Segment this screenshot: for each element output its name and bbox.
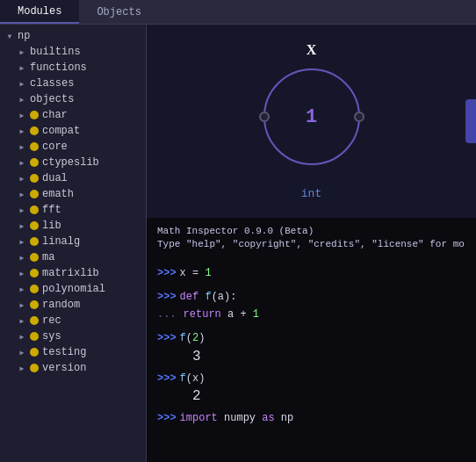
dot-ma <box>30 253 39 262</box>
arrow-emath <box>16 188 28 200</box>
terminal-line-4: >>> f(x) <box>157 371 465 387</box>
arrow-ma <box>16 251 28 263</box>
arrow-compat <box>16 125 28 137</box>
code-2: def f(a): <box>180 289 237 306</box>
conn-dot-left[interactable] <box>259 112 270 122</box>
dot-rec <box>30 316 39 325</box>
terminal-line-3: >>> f(2) <box>157 330 465 347</box>
circle-value: 1 <box>306 106 317 128</box>
arrow-classes <box>16 77 28 90</box>
arrow-core <box>16 141 28 153</box>
node-label-x: X <box>307 42 317 58</box>
terminal-line-2c: ... return a + 1 <box>157 307 465 323</box>
arrow-char <box>16 109 28 121</box>
sidebar-item-compat[interactable]: compat <box>12 123 146 139</box>
arrow-dual <box>16 172 28 184</box>
sidebar-item-dual[interactable]: dual <box>12 170 146 186</box>
prompt-3: >>> <box>157 330 177 347</box>
sidebar-item-np[interactable]: np <box>0 28 146 44</box>
dot-testing <box>30 348 39 357</box>
prompt-2: >>> <box>157 289 177 306</box>
canvas-area[interactable]: X 1 int <box>147 25 476 218</box>
code-2c: return a + 1 <box>180 307 259 323</box>
output-4: 2 <box>157 388 465 404</box>
sidebar-item-ma[interactable]: ma <box>12 249 146 265</box>
dot-sys <box>30 332 39 341</box>
dot-polynomial <box>30 285 39 293</box>
right-edge-handle[interactable] <box>465 99 476 143</box>
right-panel: X 1 int Math Inspector 0.9.0 (Beta) Type… <box>147 25 476 462</box>
arrow-objects <box>16 93 28 105</box>
dot-dual <box>30 174 39 183</box>
arrow-linalg <box>16 235 28 248</box>
prompt-1: >>> <box>157 265 177 282</box>
sidebar-item-rec[interactable]: rec <box>12 313 146 328</box>
arrow-random <box>16 299 28 311</box>
code-4: f(x) <box>180 371 206 387</box>
dot-linalg <box>30 237 39 246</box>
dot-matrixlib <box>30 269 39 278</box>
tab-bar: Modules Objects <box>0 0 476 25</box>
node-container: X 1 int <box>189 33 435 209</box>
code-1: x = 1 <box>180 265 212 282</box>
sidebar-item-version[interactable]: version <box>12 360 146 376</box>
prompt-5: >>> <box>157 410 177 427</box>
sidebar-item-ctypeslib[interactable]: ctypeslib <box>12 155 146 170</box>
sidebar-item-emath[interactable]: emath <box>12 186 146 202</box>
terminal-line-2: >>> def f(a): <box>157 289 465 306</box>
terminal-line-5: >>> import numpy as np <box>157 410 465 427</box>
sidebar-item-polynomial[interactable]: polynomial <box>12 281 146 297</box>
dot-char <box>30 111 39 119</box>
arrow-ctypeslib <box>16 156 28 169</box>
dot-fft <box>30 206 39 214</box>
dot-random <box>30 300 39 309</box>
sidebar-item-char[interactable]: char <box>12 107 146 123</box>
code-5: import numpy as np <box>180 410 294 427</box>
arrow-matrixlib <box>16 267 28 279</box>
sidebar-item-linalg[interactable]: linalg <box>12 234 146 249</box>
arrow-np <box>4 30 16 42</box>
arrow-rec <box>16 314 28 327</box>
type-label: int <box>301 187 321 200</box>
sidebar-item-classes[interactable]: classes <box>12 76 146 91</box>
prompt-2c: ... <box>157 307 177 323</box>
arrow-lib <box>16 220 28 232</box>
dot-ctypeslib <box>30 158 39 167</box>
tab-objects[interactable]: Objects <box>79 0 158 24</box>
sidebar-item-fft[interactable]: fft <box>12 202 146 218</box>
sidebar-item-objects[interactable]: objects <box>12 91 146 107</box>
arrow-sys <box>16 330 28 343</box>
dot-version <box>30 364 39 372</box>
tab-modules[interactable]: Modules <box>0 0 79 24</box>
conn-dot-right[interactable] <box>354 112 364 122</box>
sidebar-item-core[interactable]: core <box>12 139 146 155</box>
arrow-functions <box>16 61 28 74</box>
sidebar-item-lib[interactable]: lib <box>12 218 146 234</box>
arrow-builtins <box>16 46 28 58</box>
arrow-fft <box>16 204 28 216</box>
sidebar-item-sys[interactable]: sys <box>12 328 146 344</box>
sidebar-item-matrixlib[interactable]: matrixlib <box>12 265 146 281</box>
code-3: f(2) <box>180 330 206 347</box>
dot-compat <box>30 126 39 135</box>
circle-node[interactable]: 1 <box>263 69 360 165</box>
sidebar: np builtins functions classes objects ch… <box>0 25 147 462</box>
terminal[interactable]: Math Inspector 0.9.0 (Beta) Type "help",… <box>147 218 476 462</box>
arrow-testing <box>16 346 28 358</box>
sidebar-item-builtins[interactable]: builtins <box>12 44 146 60</box>
sidebar-item-functions[interactable]: functions <box>12 60 146 76</box>
sidebar-item-random[interactable]: random <box>12 297 146 313</box>
arrow-version <box>16 362 28 374</box>
prompt-4: >>> <box>157 371 177 387</box>
sidebar-item-testing[interactable]: testing <box>12 344 146 360</box>
output-3: 3 <box>157 349 465 365</box>
terminal-line-1: >>> x = 1 <box>157 265 465 282</box>
terminal-header: Math Inspector 0.9.0 (Beta) Type "help",… <box>157 225 465 252</box>
main-area: np builtins functions classes objects ch… <box>0 25 476 462</box>
arrow-polynomial <box>16 283 28 295</box>
dot-emath <box>30 190 39 199</box>
dot-lib <box>30 221 39 230</box>
dot-core <box>30 142 39 151</box>
